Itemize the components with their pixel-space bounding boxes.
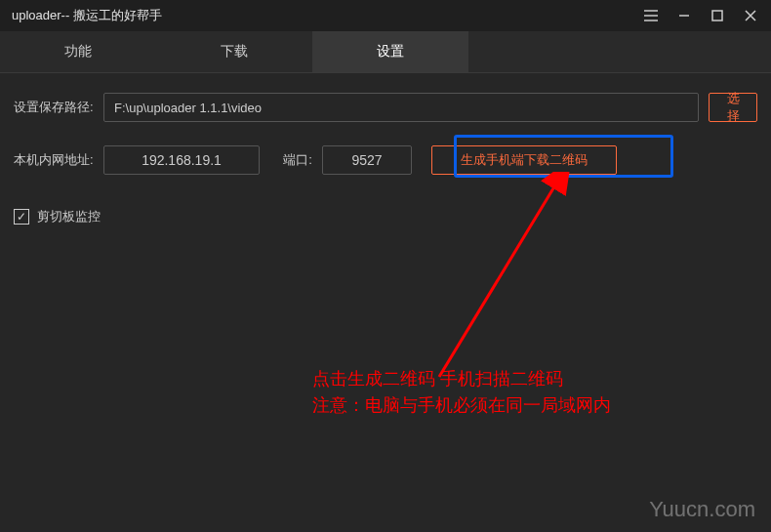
tab-function-label: 功能	[64, 43, 92, 61]
menu-icon[interactable]	[642, 7, 660, 24]
minimize-icon[interactable]	[675, 7, 693, 24]
svg-rect-0	[712, 11, 722, 20]
tab-settings-label: 设置	[377, 43, 404, 61]
settings-content: 设置保存路径: 选择 本机内网地址: 端口: 生成手机端下载二维码 ✓ 剪切板监…	[0, 73, 771, 245]
annotation-text: 点击生成二维码 手机扫描二维码 注意：电脑与手机必须在同一局域网内	[312, 366, 611, 419]
close-icon[interactable]	[742, 7, 759, 24]
lan-label: 本机内网地址:	[14, 151, 103, 169]
clipboard-label: 剪切板监控	[37, 208, 101, 225]
tab-download[interactable]: 下载	[156, 31, 312, 72]
tabs: 功能 下载 设置	[0, 31, 771, 72]
tab-download-label: 下载	[221, 43, 248, 61]
path-row: 设置保存路径: 选择	[14, 93, 757, 122]
lan-ip-input[interactable]	[103, 145, 260, 175]
port-label: 端口:	[273, 151, 322, 169]
path-label: 设置保存路径:	[14, 99, 103, 116]
annotation-line1: 点击生成二维码 手机扫描二维码	[312, 366, 611, 392]
window-title: uploader-- 搬运工的好帮手	[12, 7, 162, 24]
clipboard-row: ✓ 剪切板监控	[14, 208, 757, 225]
select-button[interactable]: 选择	[709, 93, 757, 122]
tab-function[interactable]: 功能	[0, 31, 156, 72]
clipboard-checkbox[interactable]: ✓	[14, 209, 29, 225]
port-input[interactable]	[322, 145, 412, 175]
titlebar: uploader-- 搬运工的好帮手	[0, 0, 771, 31]
watermark: Yuucn.com	[649, 497, 755, 522]
window-controls	[642, 7, 759, 24]
maximize-icon[interactable]	[709, 7, 726, 24]
tab-settings[interactable]: 设置	[312, 31, 468, 72]
annotation-line2: 注意：电脑与手机必须在同一局域网内	[312, 392, 611, 419]
lan-row: 本机内网地址: 端口: 生成手机端下载二维码	[14, 145, 757, 175]
path-input[interactable]	[103, 93, 699, 122]
generate-qr-button[interactable]: 生成手机端下载二维码	[431, 145, 617, 175]
